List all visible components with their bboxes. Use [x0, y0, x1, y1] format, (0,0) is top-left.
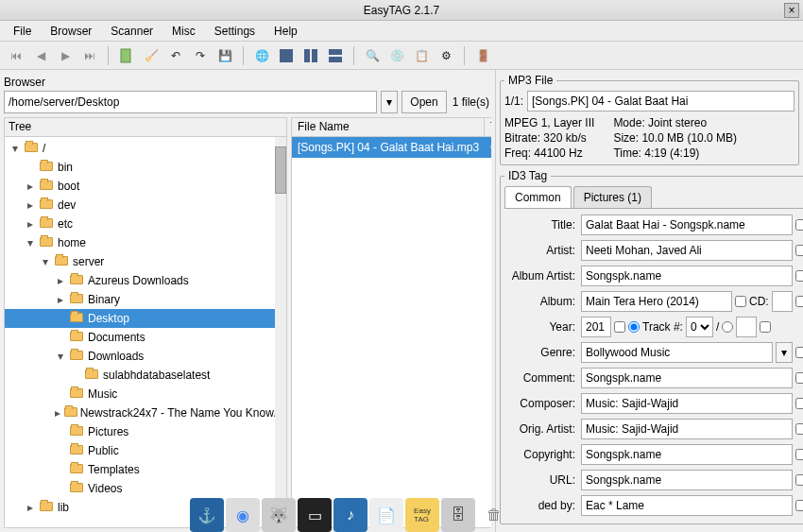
album-input[interactable]: [581, 291, 732, 312]
writer-dock-icon[interactable]: 📄: [369, 498, 403, 532]
encoded-apply-chk[interactable]: [795, 500, 803, 511]
freq-info: Freq: 44100 Hz: [504, 146, 594, 161]
track-total-radio[interactable]: [722, 321, 733, 333]
playlist-icon[interactable]: 📋: [410, 44, 433, 67]
files-dock-icon[interactable]: 🗄: [441, 498, 475, 532]
url-input[interactable]: [581, 470, 793, 490]
tree-node-bin[interactable]: bin: [5, 158, 286, 177]
folder-tree[interactable]: ▾/bin▸boot▸dev▸etc▾home▾server▸Azureus D…: [5, 137, 286, 527]
tree-node-templates[interactable]: Templates: [5, 460, 286, 479]
cd-apply-chk[interactable]: [795, 296, 803, 307]
composer-input[interactable]: [581, 393, 793, 414]
filename-input[interactable]: [527, 91, 794, 112]
redo-icon[interactable]: ↷: [189, 44, 212, 67]
tab-pictures[interactable]: Pictures (1): [573, 186, 652, 208]
track-total-input[interactable]: [736, 317, 757, 337]
file-row[interactable]: [Songs.PK] 04 - Galat Baat Hai.mp3Ga: [292, 137, 491, 158]
svg-rect-4: [329, 49, 342, 55]
easytag-dock-icon[interactable]: EasyTAG: [405, 498, 439, 532]
artist-label: Artist:: [504, 244, 578, 257]
tree-node-music[interactable]: Music: [5, 385, 286, 403]
track-radio[interactable]: [628, 321, 640, 333]
tree-node-downloads[interactable]: ▾Downloads: [5, 347, 286, 366]
tree-node-sulabhdatabaselatest[interactable]: sulabhdatabaselatest: [5, 366, 286, 385]
tree-scrollbar[interactable]: [275, 137, 286, 527]
tree-node-azureus-downloads[interactable]: ▸Azureus Downloads: [5, 271, 286, 290]
composer-apply-chk[interactable]: [795, 398, 803, 409]
run-icon[interactable]: ⚙: [435, 44, 457, 67]
tree-node-boot[interactable]: ▸boot: [5, 177, 286, 196]
last-icon[interactable]: ⏭: [78, 44, 101, 67]
terminal-dock-icon[interactable]: ▭: [298, 498, 332, 532]
undo-icon[interactable]: ↶: [164, 44, 187, 67]
unselect-icon[interactable]: [299, 44, 322, 67]
tree-node-documents[interactable]: Documents: [5, 328, 286, 347]
select-all-icon[interactable]: [275, 44, 298, 67]
tab-common[interactable]: Common: [504, 186, 572, 208]
anchor-dock-icon[interactable]: ⚓: [190, 498, 224, 532]
tree-node-dev[interactable]: ▸dev: [5, 196, 286, 215]
tree-node-newstrack24x7---the-name-you-know--t[interactable]: ▸Newstrack24x7 - The Name You Know. T: [5, 403, 286, 422]
artist-apply-chk[interactable]: [795, 245, 803, 256]
tree-node-public[interactable]: Public: [5, 441, 286, 460]
invert-icon[interactable]: [324, 44, 347, 67]
prev-icon[interactable]: ◀: [29, 44, 52, 67]
comment-apply-chk[interactable]: [795, 372, 803, 384]
next-icon[interactable]: ▶: [54, 44, 77, 67]
track-select[interactable]: 0: [686, 317, 713, 337]
encoded-input[interactable]: [581, 495, 793, 516]
track-apply-chk[interactable]: [760, 321, 771, 333]
url-apply-chk[interactable]: [795, 474, 803, 486]
close-button[interactable]: ×: [784, 3, 799, 18]
albumartist-apply-chk[interactable]: [795, 270, 803, 282]
cd-input[interactable]: [772, 291, 793, 312]
genre-dropdown-icon[interactable]: ▾: [776, 342, 793, 363]
path-input[interactable]: [4, 91, 377, 113]
quit-icon[interactable]: 🚪: [471, 44, 494, 67]
menu-file[interactable]: File: [4, 23, 41, 40]
year-apply-chk[interactable]: [614, 321, 625, 333]
menu-help[interactable]: Help: [265, 23, 307, 40]
tree-node-etc[interactable]: ▸etc: [5, 215, 286, 233]
menu-misc[interactable]: Misc: [162, 23, 205, 40]
artist-input[interactable]: [581, 240, 793, 261]
origartist-apply-chk[interactable]: [795, 423, 803, 435]
tree-node-pictures[interactable]: Pictures: [5, 422, 286, 441]
col-title[interactable]: Tit: [485, 118, 491, 136]
cddb-icon[interactable]: 💿: [385, 44, 408, 67]
save-icon[interactable]: 💾: [214, 44, 236, 67]
tree-node-binary[interactable]: ▸Binary: [5, 290, 286, 309]
origartist-input[interactable]: [581, 419, 793, 439]
menu-settings[interactable]: Settings: [205, 23, 265, 40]
title-apply-chk[interactable]: [795, 219, 803, 231]
first-icon[interactable]: ⏮: [5, 44, 27, 67]
copyright-input[interactable]: [581, 444, 793, 465]
gimp-dock-icon[interactable]: 🐺: [262, 498, 296, 532]
id3-legend: ID3 Tag: [504, 169, 551, 182]
genre-apply-chk[interactable]: [795, 347, 803, 358]
tree-node-desktop[interactable]: Desktop: [5, 309, 286, 328]
scan-icon[interactable]: [115, 44, 138, 67]
search-icon[interactable]: 🔍: [361, 44, 384, 67]
menu-browser[interactable]: Browser: [41, 23, 101, 40]
open-button[interactable]: Open: [402, 91, 446, 113]
col-filename[interactable]: File Name: [292, 118, 485, 136]
browser-icon[interactable]: 🌐: [250, 44, 273, 67]
path-dropdown-icon[interactable]: ▾: [381, 91, 398, 113]
tree-node--[interactable]: ▾/: [5, 139, 286, 158]
title-input[interactable]: [581, 215, 793, 235]
music-dock-icon[interactable]: ♪: [333, 498, 367, 532]
trash-dock-icon[interactable]: 🗑: [477, 498, 511, 532]
tree-node-home[interactable]: ▾home: [5, 233, 286, 252]
remove-icon[interactable]: 🧹: [140, 44, 162, 67]
tree-node-videos[interactable]: Videos: [5, 479, 286, 498]
comment-input[interactable]: [581, 368, 793, 388]
genre-input[interactable]: [581, 342, 773, 363]
albumartist-input[interactable]: [581, 266, 793, 286]
tree-node-server[interactable]: ▾server: [5, 252, 286, 271]
year-input[interactable]: [581, 317, 611, 337]
album-apply-chk[interactable]: [735, 296, 746, 307]
chrome-dock-icon[interactable]: ◉: [226, 498, 260, 532]
copyright-apply-chk[interactable]: [795, 449, 803, 460]
menu-scanner[interactable]: Scanner: [101, 23, 162, 40]
